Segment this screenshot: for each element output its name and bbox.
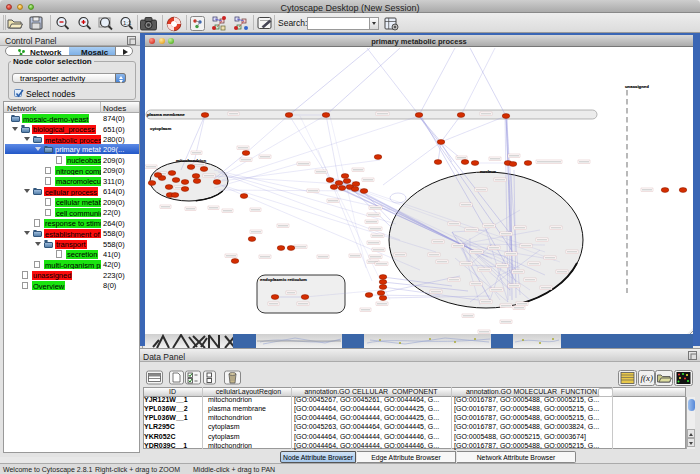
svg-text:mitochondrion: mitochondrion <box>176 158 206 163</box>
svg-text:1:1: 1:1 <box>123 20 132 26</box>
svg-text:nucleus: nucleus <box>480 169 497 174</box>
svg-text:unassigned: unassigned <box>625 84 649 89</box>
svg-text:cytoplasm: cytoplasm <box>150 126 171 131</box>
svg-text:f(x): f(x) <box>641 373 654 383</box>
svg-text:endoplasmic reticulum: endoplasmic reticulum <box>260 277 307 282</box>
svg-text:plasma membrane: plasma membrane <box>147 112 185 117</box>
